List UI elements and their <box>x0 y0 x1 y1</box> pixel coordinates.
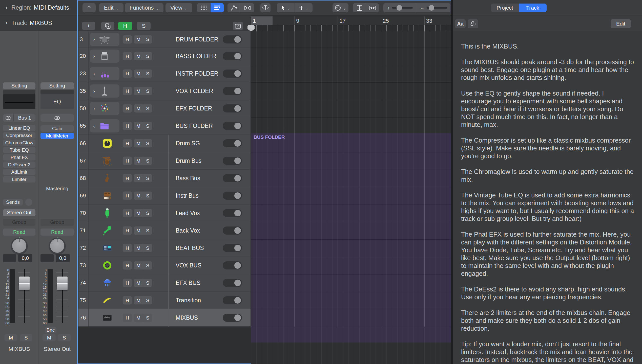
strip1-pan-knob[interactable] <box>11 238 28 255</box>
track-header[interactable]: ›HMSINSTR FOLDER <box>89 65 251 82</box>
track-hide-button[interactable]: H <box>123 314 132 322</box>
track-header[interactable]: HMSMIXBUS <box>89 309 251 327</box>
track-solo-button[interactable]: S <box>143 122 152 130</box>
track-hide-button[interactable]: H <box>123 279 132 287</box>
bar-ruler[interactable]: 19172533 <box>251 16 451 25</box>
disclosure-right-icon[interactable]: › <box>6 4 7 11</box>
strip2-pan-knob[interactable] <box>49 238 66 255</box>
track-row-bus-folder[interactable]: 65⌄HMSBUS FOLDER <box>78 117 251 135</box>
track-row-drum-bus[interactable]: 67HMSDrum Bus <box>78 152 251 170</box>
track-hide-button[interactable]: H <box>123 139 132 148</box>
track-hide-button[interactable]: H <box>123 87 132 95</box>
fader-cap[interactable] <box>19 277 30 290</box>
stereo-circles-icon[interactable] <box>3 114 14 122</box>
strip1-sends-button[interactable]: Sends <box>3 199 23 206</box>
track-mute-button[interactable]: M <box>134 192 143 200</box>
disclosure-closed-icon[interactable]: › <box>90 36 98 42</box>
grid-view-icon[interactable] <box>197 3 210 12</box>
track-row-vox-folder[interactable]: 35›HMSVOX FOLDER <box>78 82 251 100</box>
disclosure-closed-icon[interactable]: › <box>90 71 98 77</box>
track-solo-button[interactable]: S <box>143 35 152 43</box>
track-on-off-toggle[interactable] <box>223 52 242 60</box>
strip1-solo-button[interactable]: S <box>20 334 32 341</box>
send-knob[interactable] <box>25 199 32 206</box>
track-solo-button[interactable]: S <box>143 87 152 95</box>
plugin-slot-multimeter[interactable]: MultiMeter <box>40 133 74 139</box>
disclosure-closed-icon[interactable]: › <box>90 53 98 59</box>
track-mute-button[interactable]: M <box>134 122 143 130</box>
strip1-input-label[interactable]: Bus 1 <box>14 114 35 122</box>
tab-track[interactable]: Track <box>519 4 547 12</box>
track-header[interactable]: ›HMSEFX FOLDER <box>89 100 251 117</box>
pointer-tool-icon[interactable]: ⌄ <box>277 3 295 12</box>
track-header[interactable]: ⌄HMSBUS FOLDER <box>89 117 251 135</box>
track-on-off-toggle[interactable] <box>223 70 242 78</box>
track-mute-button[interactable]: M <box>134 314 143 322</box>
disclosure-closed-icon[interactable]: › <box>90 88 98 94</box>
track-on-off-toggle[interactable] <box>223 244 242 252</box>
track-mute-button[interactable]: M <box>134 296 143 305</box>
global-hide-button[interactable]: H <box>118 22 132 30</box>
track-icon-button[interactable]: ⌄ <box>90 119 119 132</box>
track-row-drum-sg[interactable]: 66HMSDrum SG <box>78 135 251 152</box>
horizontal-zoom-slider[interactable]: ↔ <box>417 3 450 12</box>
track-mute-button[interactable]: M <box>134 226 143 235</box>
notes-body[interactable]: This is the MIXBUS.The MIXBUS should pea… <box>453 31 642 364</box>
track-row-vox-bus[interactable]: 73HMSVOX BUS <box>78 257 251 274</box>
track-solo-button[interactable]: S <box>143 279 152 287</box>
plugin-slot-compressor[interactable]: Compressor <box>3 132 35 139</box>
track-hide-button[interactable]: H <box>123 261 132 270</box>
view-menu[interactable]: View⌄ <box>165 3 192 12</box>
slider-knob[interactable] <box>429 5 434 11</box>
track-solo-button[interactable]: S <box>143 139 152 148</box>
track-hide-button[interactable]: H <box>123 244 132 252</box>
track-header[interactable]: HMSDrum SG <box>89 135 251 152</box>
track-hide-button[interactable]: H <box>123 226 132 235</box>
track-header[interactable]: HMSLead Vox <box>89 204 251 222</box>
track-on-off-toggle[interactable] <box>223 35 242 43</box>
track-on-off-toggle[interactable] <box>223 314 242 322</box>
track-icon-button[interactable]: › <box>90 84 119 98</box>
track-header[interactable]: HMSBass Bus <box>89 170 251 187</box>
track-solo-button[interactable]: S <box>143 244 152 252</box>
strip1-eq-thumbnail[interactable] <box>3 94 35 109</box>
track-icon-button[interactable]: › <box>90 102 119 115</box>
edit-menu[interactable]: Edit⌄ <box>99 3 123 12</box>
track-hide-button[interactable]: H <box>123 35 132 43</box>
strip1-input-button[interactable]: Bus 1 <box>3 114 35 122</box>
strip1-volume-value[interactable]: 0,0 <box>18 254 32 262</box>
plugin-slot-adlimit[interactable]: AdLimit <box>3 169 35 175</box>
track-mute-button[interactable]: M <box>134 87 143 95</box>
track-icon-button[interactable]: › <box>90 67 119 80</box>
track-on-off-toggle[interactable] <box>223 279 242 287</box>
track-mute-button[interactable]: M <box>134 52 143 60</box>
strip1-output-button[interactable]: Stereo Out <box>3 209 35 216</box>
more-options-icon[interactable]: ⌄ <box>333 3 348 12</box>
strip2-volume-value[interactable]: 0,0 <box>56 254 70 262</box>
strip2-group-button[interactable]: Group <box>40 219 74 226</box>
track-mute-button[interactable]: M <box>134 70 143 78</box>
plugin-slot-gain[interactable]: Gain <box>40 125 74 132</box>
strip1-automation-button[interactable]: Read <box>3 229 35 236</box>
track-row-transition[interactable]: 75HMSTransition <box>78 292 251 309</box>
track-on-off-toggle[interactable] <box>223 139 242 147</box>
track-solo-button[interactable]: S <box>143 157 152 165</box>
arrange-area[interactable]: 19172533 BUS FOLDER <box>251 15 451 364</box>
plugin-slot-limiter[interactable]: Limiter <box>3 176 35 183</box>
strip1-mute-button[interactable]: M <box>5 334 17 341</box>
track-row-instr-folder[interactable]: 23›HMSINSTR FOLDER <box>78 65 251 82</box>
track-icon-button[interactable]: › <box>90 33 119 46</box>
disclosure-right-icon[interactable]: › <box>6 20 7 26</box>
track-header[interactable]: HMSBEAT BUS <box>89 239 251 257</box>
track-header-config-icon[interactable] <box>233 22 243 30</box>
track-solo-button[interactable]: S <box>143 174 152 183</box>
track-on-off-toggle[interactable] <box>223 209 242 217</box>
track-solo-button[interactable]: S <box>143 314 152 322</box>
pencil-tool-icon[interactable]: ⌄ <box>295 3 313 12</box>
region-header-row[interactable]: › Region: MIDI Defaults <box>0 0 77 15</box>
track-hide-button[interactable]: H <box>123 52 132 60</box>
disclosure-closed-icon[interactable]: › <box>90 106 98 111</box>
track-on-off-toggle[interactable] <box>223 157 242 165</box>
list-view-icon[interactable] <box>210 3 224 12</box>
track-header-row[interactable]: › Track: MIXBUS <box>0 15 77 31</box>
